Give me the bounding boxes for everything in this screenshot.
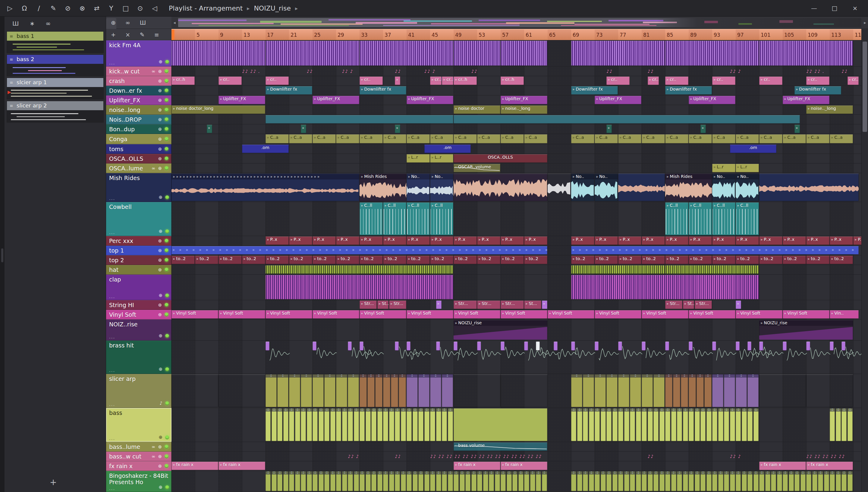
slice-segment[interactable]: Ξ <box>406 471 412 491</box>
slice-segment[interactable]: Ξ <box>324 408 329 441</box>
clip[interactable] <box>312 341 318 373</box>
clip[interactable]: »cr.. <box>806 76 829 85</box>
clip[interactable]: »P..x <box>453 236 477 245</box>
clip[interactable]: »C..a <box>477 134 500 143</box>
clip[interactable] <box>736 341 741 373</box>
slice-segment[interactable]: Ξ <box>489 471 494 491</box>
clip[interactable]: »noise.._long <box>806 105 853 114</box>
track-collapse-dots[interactable]: ... <box>109 230 115 235</box>
slice-segment[interactable]: Ξ <box>704 374 711 407</box>
clip[interactable] <box>453 41 500 66</box>
clip[interactable]: ΞΞΞΞΞΞΞΞ <box>571 374 665 407</box>
clip[interactable] <box>359 341 365 373</box>
slide-icon[interactable]: Y <box>107 4 116 12</box>
track-lane[interactable] <box>171 115 861 124</box>
timeline-ruler[interactable]: 5913172125293337414549535761656973778185… <box>171 29 868 40</box>
slice-segment[interactable]: Ξ <box>618 374 629 407</box>
clip[interactable]: » <box>606 125 612 133</box>
slice-segment[interactable]: Ξ <box>324 471 329 491</box>
slice-segment[interactable]: Ξ <box>847 471 853 491</box>
slice-segment[interactable]: Ξ <box>736 408 741 441</box>
slice-segment[interactable]: Ξ <box>542 471 547 491</box>
slice-segment[interactable]: Ξ <box>571 374 582 407</box>
clip[interactable]: »to..2 <box>406 256 430 264</box>
draw-tool-icon[interactable]: ✎ <box>140 31 145 38</box>
slice-segment[interactable]: Ξ <box>630 374 641 407</box>
clip[interactable] <box>265 341 271 373</box>
clip[interactable] <box>265 265 453 274</box>
slice-segment[interactable]: Ξ <box>697 374 704 407</box>
clip[interactable]: ♪♪ ♪♪ ♪♪ ♪♪ ♪♪ ♪♪ ♪♪ <box>806 453 847 460</box>
clip[interactable]: »C..a <box>336 134 359 143</box>
add-icon[interactable]: + <box>111 31 116 38</box>
add-pattern-button[interactable]: + <box>50 477 57 487</box>
clip[interactable]: »C..a <box>500 134 524 143</box>
clip[interactable]: »No.. <box>736 173 759 201</box>
clip[interactable]: »Vinyl Soft <box>689 310 735 319</box>
slice-segment[interactable]: Ξ <box>536 471 541 491</box>
slice-segment[interactable]: Ξ <box>642 471 647 491</box>
slice-segment[interactable]: Ξ <box>406 374 418 407</box>
clip[interactable]: »P..x <box>665 236 688 245</box>
clip[interactable]: »to..2 <box>806 256 829 264</box>
clip[interactable]: ♪♪ <box>395 453 400 460</box>
slice-segment[interactable]: Ξ <box>606 408 611 441</box>
track-mute-led[interactable] <box>165 98 168 102</box>
pan-icon[interactable]: ⊕ <box>158 78 162 84</box>
clip[interactable]: »cr.. <box>847 76 859 85</box>
clip[interactable] <box>806 341 812 373</box>
clip[interactable] <box>571 41 665 66</box>
slice-segment[interactable]: Ξ <box>289 471 294 491</box>
clip[interactable]: »P..x <box>359 236 383 245</box>
clip[interactable]: »fx rain x <box>218 462 265 470</box>
slice-segment[interactable]: Ξ <box>524 471 529 491</box>
track-collapse-dots[interactable]: ... <box>109 60 115 66</box>
slice-segment[interactable]: Ξ <box>448 408 453 441</box>
slice-segment[interactable]: Ξ <box>354 408 359 441</box>
slice-segment[interactable]: Ξ <box>424 408 429 441</box>
pan-icon[interactable]: ⊕ <box>159 195 162 200</box>
clip[interactable]: »P..x <box>806 236 829 245</box>
clip[interactable]: »fx rain x <box>171 462 218 470</box>
clip[interactable] <box>759 41 853 66</box>
track-collapse-dots[interactable]: ... <box>109 334 115 340</box>
slice-segment[interactable]: Ξ <box>648 471 653 491</box>
slice-segment[interactable]: Ξ <box>307 471 312 491</box>
slice-segment[interactable]: Ξ <box>612 408 617 441</box>
link-icon[interactable]: ∞ <box>151 444 156 449</box>
track-lane[interactable]: »to..2»to..2»to..2»to..2»to..2»to..2»to.… <box>171 255 861 265</box>
slice-segment[interactable]: Ξ <box>583 408 588 441</box>
slice-segment[interactable]: Ξ <box>777 471 782 491</box>
track-mute-led[interactable] <box>165 89 168 93</box>
slice-segment[interactable]: Ξ <box>312 374 324 407</box>
clip[interactable]: »Uplifter_FX <box>406 96 453 104</box>
track-header[interactable]: kick Fm 4A...⊕ <box>106 40 171 67</box>
slice-segment[interactable]: Ξ <box>759 471 764 491</box>
swap-icon[interactable]: ⇄ <box>92 4 101 12</box>
clip[interactable]: »P..x <box>430 236 453 245</box>
clip[interactable] <box>218 374 265 407</box>
clip[interactable]: »C..ll <box>665 202 688 235</box>
track-collapse-dots[interactable]: ... <box>109 294 115 299</box>
slip-icon[interactable]: ∕ <box>34 4 43 12</box>
clip[interactable] <box>265 41 359 66</box>
slice-segment[interactable]: Ξ <box>595 471 600 491</box>
clip[interactable] <box>759 374 806 407</box>
slice-segment[interactable]: Ξ <box>577 471 582 491</box>
slice-segment[interactable]: Ξ <box>330 471 335 491</box>
slice-segment[interactable]: Ξ <box>571 408 576 441</box>
clip[interactable]: ΞΞΞΞΞΞΞΞ <box>265 374 359 407</box>
zoom-icon[interactable]: ⊙ <box>136 4 145 12</box>
track-header[interactable]: Mish Rides...⊕ <box>106 173 171 202</box>
clip[interactable]: »C..a <box>712 134 735 143</box>
clip[interactable]: »P..x <box>595 236 618 245</box>
slice-segment[interactable]: Ξ <box>830 471 835 491</box>
clip[interactable]: »C..a <box>806 134 829 143</box>
slice-segment[interactable]: Ξ <box>401 471 406 491</box>
clip[interactable]: ♪♪ ♪♪ <box>730 68 742 75</box>
slice-segment[interactable]: Ξ <box>712 471 717 491</box>
slice-segment[interactable]: Ξ <box>312 471 318 491</box>
slice-segment[interactable]: Ξ <box>712 408 717 441</box>
song-overview-scrollbar[interactable] <box>178 18 861 27</box>
clip[interactable]: ΞΞΞΞΞΞΞΞΞΞΞΞΞΞΞΞΞΞΞΞΞΞΞΞΞΞΞΞΞΞΞΞ <box>571 408 759 441</box>
